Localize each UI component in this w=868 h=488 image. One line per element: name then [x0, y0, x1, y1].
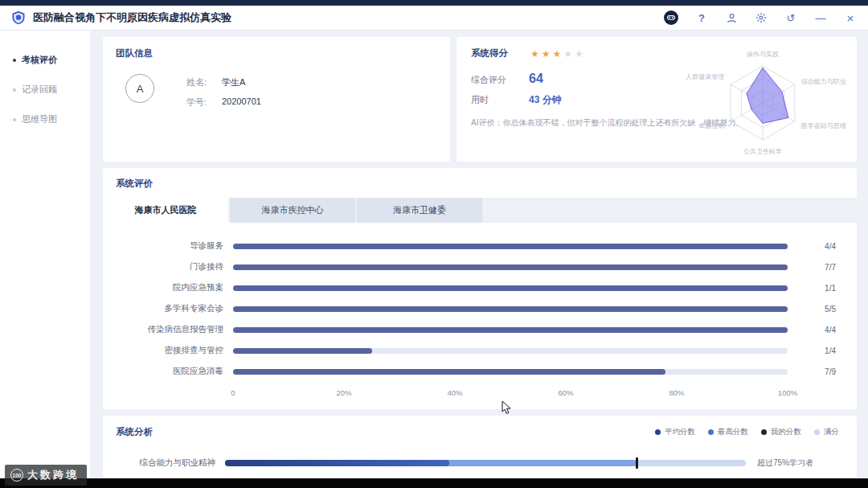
bar-score-value: 4/4 [788, 326, 836, 334]
close-icon[interactable]: × [844, 11, 857, 24]
my-score-marker [636, 457, 638, 469]
bar-row: 传染病信息报告管理4/4 [124, 319, 836, 340]
bar-track [233, 327, 788, 333]
axis-tick-label: 80% [669, 388, 684, 397]
radar-axis-label: 人群健康管理 [685, 73, 724, 80]
tab-health-commission[interactable]: 海康市卫健委 [357, 198, 482, 223]
star-filled-icon: ★ [553, 49, 562, 59]
main-content: 团队信息 A 姓名: 学生A 学号: 20200701 [90, 31, 868, 488]
bar-category-label: 院内应急预案 [124, 282, 233, 293]
user-avatar-icon[interactable] [664, 10, 678, 25]
sidebar-item-mindmap[interactable]: 思维导图 [0, 105, 90, 134]
bar-score-value: 7/9 [788, 367, 836, 376]
team-card-title: 团队信息 [116, 47, 437, 59]
legend-dot-icon [814, 429, 820, 435]
bar-row: 导诊服务4/4 [124, 236, 836, 256]
bar-score-value: 5/5 [788, 305, 836, 314]
name-label: 姓名: [186, 76, 222, 88]
bar-fill [233, 369, 665, 375]
tab-peoples-hospital[interactable]: 海康市人民医院 [103, 198, 228, 223]
analysis-category-label: 综合能力与职业精神 [116, 457, 225, 469]
tab-cdc-center[interactable]: 海康市疾控中心 [230, 198, 355, 223]
robot-face-icon [666, 13, 676, 23]
bar-fill [233, 285, 788, 291]
bar-row: 多学科专家会诊5/5 [124, 298, 836, 319]
gear-icon[interactable] [755, 11, 768, 24]
bullet-icon [13, 88, 16, 92]
score-card-title: 系统得分 [471, 47, 508, 59]
analysis-title: 系统分析 [116, 426, 153, 438]
bar-score-value: 4/4 [788, 242, 836, 251]
time-used-value: 43 分钟 [529, 93, 562, 107]
bar-track [233, 306, 788, 312]
bar-score-value: 1/4 [788, 347, 836, 355]
tabs-filler [484, 198, 857, 223]
app-header: 医防融合视角下不明原因疾病虚拟仿真实验 ? ↺ — × [0, 6, 868, 31]
hospital-tabs: 海康市人民医院 海康市疾控中心 海康市卫健委 [103, 198, 857, 223]
bar-fill [233, 348, 372, 354]
bar-fill [233, 244, 788, 249]
student-id-field: 学号: 20200701 [186, 96, 261, 109]
star-empty-icon: ★ [575, 49, 583, 59]
sidebar-item-assessment[interactable]: 考核评价 [0, 45, 90, 75]
page-title: 医防融合视角下不明原因疾病虚拟仿真实验 [33, 10, 231, 25]
bar-track [233, 244, 788, 249]
sidebar-item-record-review[interactable]: 记录回顾 [0, 75, 90, 105]
bar-score-value: 1/1 [788, 284, 836, 293]
name-value: 学生A [222, 76, 245, 88]
student-id-value: 20200701 [222, 96, 261, 109]
axis-tick-label: 40% [447, 388, 462, 397]
axis-tick-label: 20% [336, 388, 351, 397]
axis-tick-label: 100% [778, 388, 797, 397]
watermark-logo-icon: 100 [10, 469, 23, 482]
x-axis: 020%40%60%80%100% [124, 388, 836, 403]
star-filled-icon: ★ [530, 49, 539, 59]
bar-track [233, 265, 788, 270]
radar-axis-label: 综合能力与职业 [801, 78, 846, 85]
legend-item: 平均分数 [655, 427, 695, 437]
sidebar: 考核评价 记录回顾 思维导图 [0, 31, 90, 488]
bar-track [233, 348, 788, 354]
analysis-bar [225, 460, 746, 466]
avatar: A [125, 74, 154, 103]
radar-data-polygon [747, 68, 788, 123]
bar-fill [233, 306, 788, 312]
watermark: 100 大数跨境 [5, 465, 87, 486]
star-filled-icon: ★ [542, 49, 551, 59]
undo-icon[interactable]: ↺ [784, 11, 797, 24]
bar-row: 医院应急消毒7/9 [124, 361, 836, 382]
bottom-black-bar [0, 478, 868, 488]
axis-tick-label: 60% [558, 388, 573, 397]
watermark-text: 大数跨境 [27, 468, 79, 482]
person-icon[interactable] [725, 11, 738, 24]
radar-axis-label: 医学基础与思维 [801, 122, 847, 129]
legend-label: 满分 [824, 427, 839, 437]
system-evaluation-card: 系统评价 海康市人民医院 海康市疾控中心 海康市卫健委 导诊服务4/4门诊接待7… [103, 168, 857, 409]
legend-item: 满分 [814, 427, 839, 437]
bar-track [233, 285, 788, 291]
stars: ★★★★★ [530, 49, 583, 59]
time-used-label: 用时 [471, 94, 529, 106]
sidebar-item-label: 考核评价 [22, 54, 57, 66]
legend-label: 最高分数 [718, 427, 748, 437]
legend-label: 我的分数 [771, 427, 801, 437]
bar-row: 门诊接待7/7 [124, 256, 836, 277]
bullet-icon [13, 118, 16, 121]
overall-score-label: 综合评分 [471, 74, 529, 86]
bar-category-label: 密接排查与管控 [124, 345, 233, 356]
bar-category-label: 导诊服务 [124, 240, 233, 252]
help-icon[interactable]: ? [695, 11, 708, 24]
name-field: 姓名: 学生A [186, 76, 261, 88]
radar-axis-label: 卓越控制 [698, 122, 724, 129]
average-score-bar [225, 460, 449, 466]
minimize-icon[interactable]: — [814, 11, 827, 24]
bullet-icon [13, 59, 16, 62]
bar-fill [233, 327, 788, 333]
bar-category-label: 传染病信息报告管理 [124, 324, 233, 335]
team-info-card: 团队信息 A 姓名: 学生A 学号: 20200701 [103, 37, 450, 162]
system-score-card: 系统得分 ★★★★★ 综合评分 64 用时 43 分钟 AI评价：你总体表现不错… [457, 37, 857, 162]
legend-item: 最高分数 [708, 427, 748, 437]
legend-dot-icon [655, 429, 661, 435]
sidebar-item-label: 记录回顾 [22, 84, 57, 96]
system-analysis-card: 系统分析 平均分数最高分数我的分数满分 综合能力与职业精神 超过75%学习者 [103, 416, 857, 488]
